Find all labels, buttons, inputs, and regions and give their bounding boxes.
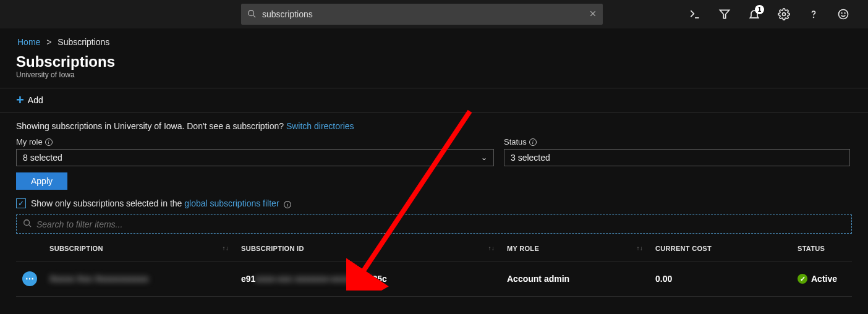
top-bar: 1 <box>0 0 868 28</box>
global-filter-checkbox[interactable]: ✓ <box>16 198 26 208</box>
directory-info-text: Showing subscriptions in University of I… <box>16 121 286 131</box>
info-icon[interactable]: i <box>284 201 291 208</box>
svg-point-10 <box>845 13 845 14</box>
chevron-down-icon: ⌄ <box>481 153 487 162</box>
directory-info: Showing subscriptions in University of I… <box>16 121 852 131</box>
page-subtitle: University of Iowa <box>16 70 852 79</box>
svg-point-8 <box>839 10 848 19</box>
table-row[interactable]: ⋯ Xxxxx Xxx Xxxxxxxxxxx e91xxxx-xxx xxxx… <box>16 261 852 297</box>
col-my-role[interactable]: MY ROLE <box>501 236 649 261</box>
info-icon[interactable]: i <box>45 138 53 146</box>
svg-point-0 <box>249 10 254 15</box>
global-filter-checkbox-row: ✓ Show only subscriptions selected in th… <box>16 198 852 208</box>
info-icon[interactable]: i <box>529 138 537 146</box>
portal-filter-button[interactable] <box>710 0 739 28</box>
feedback-button[interactable] <box>828 0 858 28</box>
breadcrumb: Home > Subscriptions <box>0 28 868 47</box>
search-icon <box>23 219 32 229</box>
row-role: Account admin <box>501 261 649 297</box>
svg-point-6 <box>783 13 786 16</box>
status-select[interactable]: 3 selected <box>504 149 850 166</box>
col-subscription-id[interactable]: SUBSCRIPTION ID <box>235 236 501 261</box>
grid-filter-input[interactable] <box>36 219 845 229</box>
status-select-value: 3 selected <box>511 153 550 163</box>
col-menu <box>16 236 43 261</box>
role-filter-label: My role i <box>16 137 494 146</box>
svg-point-11 <box>24 220 30 226</box>
breadcrumb-current: Subscriptions <box>57 37 109 47</box>
status-filter-label: Status i <box>504 137 850 146</box>
svg-point-7 <box>814 17 814 18</box>
col-subscription[interactable]: SUBSCRIPTION <box>43 236 235 261</box>
switch-directories-link[interactable]: Switch directories <box>286 121 354 131</box>
notifications-button[interactable]: 1 <box>739 0 769 28</box>
svg-point-9 <box>841 13 842 14</box>
role-select[interactable]: 8 selected ⌄ <box>16 149 494 166</box>
role-filter: My role i 8 selected ⌄ <box>16 137 494 166</box>
help-button[interactable] <box>799 0 828 28</box>
subscription-name-redacted: Xxxxx Xxx Xxxxxxxxxxx <box>49 274 148 284</box>
page-title: Subscriptions <box>16 53 852 70</box>
row-menu-button[interactable]: ⋯ <box>22 271 37 286</box>
col-status[interactable]: STATUS <box>791 236 852 261</box>
cloud-shell-button[interactable] <box>680 0 710 28</box>
svg-line-1 <box>253 15 256 17</box>
grid-filter[interactable] <box>16 214 852 234</box>
checkbox-label-text: Show only subscriptions selected in the <box>31 198 184 208</box>
status-badge: ✓ Active <box>798 274 846 284</box>
page-header: Subscriptions University of Iowa <box>0 47 868 79</box>
global-search[interactable] <box>241 4 603 25</box>
search-icon <box>247 9 256 20</box>
add-button-label: Add <box>28 95 43 105</box>
plus-icon: + <box>16 93 24 107</box>
status-filter: Status i 3 selected <box>504 137 850 166</box>
topbar-actions: 1 <box>680 0 858 28</box>
breadcrumb-home[interactable]: Home <box>17 37 40 47</box>
role-filter-label-text: My role <box>16 137 43 146</box>
global-subscriptions-filter-link[interactable]: global subscriptions filter <box>184 198 279 208</box>
subscriptions-table: SUBSCRIPTION SUBSCRIPTION ID MY ROLE CUR… <box>16 236 852 297</box>
check-icon: ✓ <box>798 274 807 284</box>
role-select-value: 8 selected <box>23 153 62 163</box>
content-area: Showing subscriptions in University of I… <box>0 112 868 297</box>
filter-row: My role i 8 selected ⌄ Status i 3 select… <box>16 137 852 166</box>
status-filter-label-text: Status <box>504 137 527 146</box>
settings-button[interactable] <box>769 0 799 28</box>
global-search-input[interactable] <box>262 9 589 19</box>
subscription-id-prefix: e91 <box>241 274 255 284</box>
row-status: Active <box>811 274 837 284</box>
breadcrumb-separator: > <box>46 37 51 47</box>
apply-button[interactable]: Apply <box>16 172 67 190</box>
svg-line-12 <box>29 225 32 227</box>
command-bar: + Add <box>0 88 868 112</box>
row-cost: 0.00 <box>649 261 791 297</box>
add-button[interactable]: + Add <box>16 93 43 107</box>
clear-search-icon[interactable] <box>589 10 597 19</box>
notification-badge: 1 <box>755 5 764 14</box>
subscription-id-suffix: 85c <box>373 274 387 284</box>
svg-marker-5 <box>720 10 730 18</box>
col-current-cost[interactable]: CURRENT COST <box>649 236 791 261</box>
subscription-id-redacted: xxxx-xxx xxxxxxx-xxxx-xxxx <box>255 274 372 284</box>
